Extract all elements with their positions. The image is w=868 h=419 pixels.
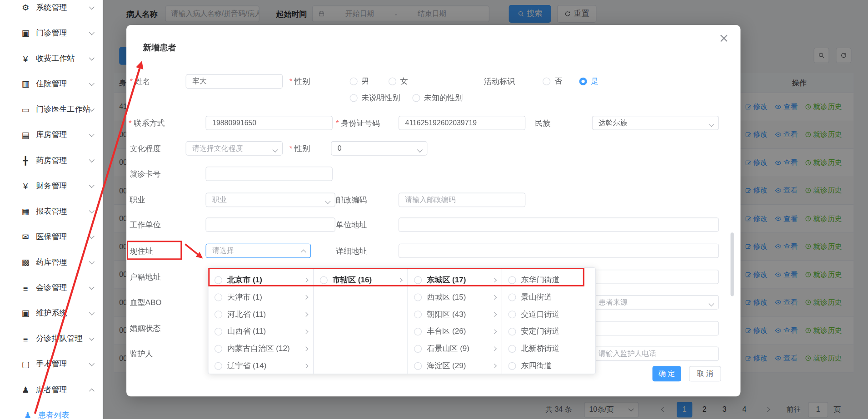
application-window: ⚙系统管理 ▣门诊管理 ¥收费工作站 ▥住院管理 ▭门诊医生工作站 ▤库房管理 … <box>0 0 868 419</box>
confirm-button[interactable]: 确 定 <box>653 366 681 381</box>
occupation-select[interactable]: 职业 <box>205 192 335 207</box>
postal-code-input[interactable]: 请输入邮政编码 <box>399 192 525 207</box>
id-number-input[interactable]: 411625192602039719 <box>399 116 525 130</box>
marital-status-input[interactable] <box>592 321 719 335</box>
detailed-address-input[interactable] <box>399 244 719 258</box>
add-patient-dialog: 新增患者 姓名 牢大 性别 男 女 活动标识 否 是 未说明性别 未知的性别 联… <box>126 25 740 396</box>
radio-icon <box>508 276 516 284</box>
sidebar-item-doctor-workstation[interactable]: ▭门诊医生工作站 <box>0 97 103 122</box>
close-icon[interactable] <box>719 34 728 43</box>
patient-source-select[interactable]: 患者来源 <box>592 295 719 310</box>
cascader-option[interactable]: 市辖区 (16) <box>314 271 407 289</box>
cascader-option[interactable]: 东城区 (17) <box>408 271 502 289</box>
chevron-right-icon <box>492 312 497 316</box>
chevron-down-icon <box>89 132 95 137</box>
radio-icon <box>215 362 222 370</box>
gender-radio-unknown[interactable]: 未知的性别 <box>412 91 463 105</box>
cascader-option[interactable]: 丰台区 (26) <box>408 323 502 340</box>
work-unit-input[interactable] <box>205 217 335 232</box>
sidebar-item-surgery[interactable]: ▢手术管理 <box>0 351 103 377</box>
sidebar-item-fee-station[interactable]: ¥收费工作站 <box>0 46 103 71</box>
guardian-label: 监护人 <box>130 347 153 361</box>
cascader-option[interactable]: 安定门街道 <box>502 323 595 340</box>
chevron-up-icon <box>301 250 306 255</box>
report-icon: ▦ <box>20 207 31 217</box>
chevron-down-icon <box>89 208 95 213</box>
cascader-option[interactable]: 辽宁省 (14) <box>209 357 314 374</box>
sidebar-item-label: 系统管理 <box>36 3 90 13</box>
unit-address-label: 单位地址 <box>336 217 367 232</box>
sidebar-item-triage-queue[interactable]: ≡分诊排队管理 <box>0 326 103 351</box>
list-icon: ≡ <box>20 334 31 344</box>
sidebar-item-drug-depot[interactable]: ▩药库管理 <box>0 250 103 275</box>
cascader-option[interactable]: 东华门街道 <box>502 271 595 289</box>
cascader-column-province: 北京市 (1) 天津市 (1) 河北省 (11) 山西省 (11) 内蒙古自治区… <box>209 268 314 374</box>
gender-radio-female[interactable]: 女 <box>389 74 408 89</box>
gender-radio-unstated[interactable]: 未说明性别 <box>350 91 400 105</box>
chevron-right-icon <box>304 329 308 334</box>
radio-icon <box>508 311 516 318</box>
card-number-input[interactable] <box>205 167 332 181</box>
cascader-option[interactable]: 石景山区 (9) <box>408 340 502 357</box>
sidebar-item-patient-list[interactable]: ♟患者列表 <box>0 403 103 419</box>
cascader-option[interactable]: 海淀区 (29) <box>408 357 502 374</box>
chevron-down-icon <box>417 147 423 153</box>
mail-icon: ✉ <box>20 232 31 242</box>
cascader-column-district: 东城区 (17) 西城区 (15) 朝阳区 (43) 丰台区 (26) 石景山区… <box>408 268 502 374</box>
cancel-button[interactable]: 取 消 <box>689 366 721 381</box>
cascader-option[interactable]: 内蒙古自治区 (12) <box>209 340 314 357</box>
gender-radio-male[interactable]: 男 <box>350 74 369 89</box>
sidebar-item-finance[interactable]: ¥财务管理 <box>0 173 103 199</box>
sidebar-item-maintenance[interactable]: ▣维护系统 <box>0 301 103 326</box>
education-select[interactable]: 请选择文化程度 <box>186 141 283 156</box>
cascader-column-city: 市辖区 (16) <box>314 268 408 374</box>
chevron-down-icon <box>89 182 95 188</box>
sidebar-item-storehouse[interactable]: ▤库房管理 <box>0 123 103 148</box>
ethnicity-label: 民族 <box>535 116 550 130</box>
sidebar-item-reports[interactable]: ▦报表管理 <box>0 199 103 224</box>
radio-icon <box>414 311 422 318</box>
chevron-right-icon <box>398 277 402 282</box>
cascader-option[interactable]: 山西省 (11) <box>209 323 314 340</box>
chevron-right-icon <box>492 277 497 282</box>
dialog-scrollbar[interactable] <box>731 232 734 296</box>
radio-icon <box>215 311 222 318</box>
cascader-option[interactable]: 朝阳区 (43) <box>408 306 502 323</box>
sidebar-item-pharmacy[interactable]: ╋药房管理 <box>0 148 103 173</box>
name-input[interactable]: 牢大 <box>186 74 283 89</box>
guardian-phone-input[interactable]: 请输入监护人电话 <box>592 347 719 361</box>
active-flag-radio-no[interactable]: 否 <box>543 74 562 89</box>
sidebar-item-system[interactable]: ⚙系统管理 <box>0 0 103 20</box>
work-unit-label: 工作单位 <box>130 217 160 232</box>
chevron-down-icon <box>89 157 95 163</box>
sidebar-item-inpatient[interactable]: ▥住院管理 <box>0 71 103 97</box>
chevron-down-icon <box>325 198 330 204</box>
chevron-down-icon <box>89 106 95 112</box>
contact-input[interactable]: 19880991650 <box>205 116 332 130</box>
active-flag-radio-yes[interactable]: 是 <box>579 74 599 89</box>
sidebar-item-consultation[interactable]: ≡会诊管理 <box>0 275 103 301</box>
household-address-input[interactable] <box>592 270 719 284</box>
detailed-address-label: 详细地址 <box>336 244 367 258</box>
list-icon: ≡ <box>20 283 31 293</box>
cascader-option[interactable]: 河北省 (11) <box>209 306 314 323</box>
cascader-option[interactable]: 景山街道 <box>502 288 595 306</box>
unit-address-input[interactable] <box>399 217 719 232</box>
cascader-option[interactable]: 天津市 (1) <box>209 288 314 306</box>
sidebar-item-label: 住院管理 <box>36 79 90 89</box>
gender2-select[interactable]: 0 <box>331 141 427 156</box>
radio-icon <box>412 94 420 102</box>
ethnicity-select[interactable]: 达斡尔族 <box>592 116 719 130</box>
radio-icon <box>215 276 222 284</box>
cascader-option[interactable]: 西城区 (15) <box>408 288 502 306</box>
current-address-cascader[interactable]: 请选择 <box>205 244 311 258</box>
sidebar-item-insurance[interactable]: ✉医保管理 <box>0 224 103 250</box>
radio-icon <box>414 327 422 335</box>
sidebar-item-outpatient[interactable]: ▣门诊管理 <box>0 20 103 46</box>
sidebar-item-patient-management[interactable]: ♟患者管理 <box>0 377 103 403</box>
cascader-option[interactable]: 北新桥街道 <box>502 340 595 357</box>
cascader-option[interactable]: 北京市 (1) <box>209 271 314 289</box>
radio-icon <box>350 94 358 102</box>
cascader-option[interactable]: 东四街道 <box>502 357 595 374</box>
cascader-option[interactable]: 交道口街道 <box>502 306 595 323</box>
